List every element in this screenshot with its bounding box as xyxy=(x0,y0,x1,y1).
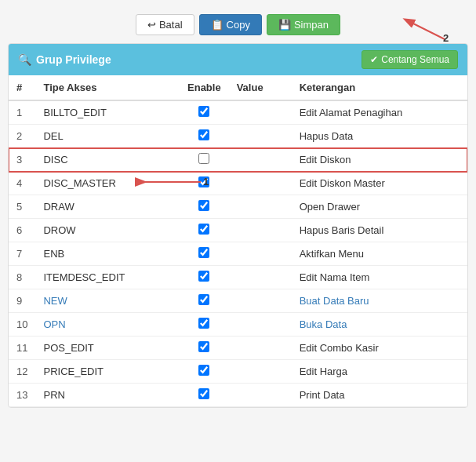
row-enable[interactable] xyxy=(180,384,229,407)
row-keterangan: Hapus Data xyxy=(292,125,467,148)
row-keterangan: Print Data xyxy=(292,384,467,407)
row-enable[interactable] xyxy=(180,125,229,148)
row-value xyxy=(229,242,292,266)
row-num: 9 xyxy=(9,289,35,313)
row-num: 11 xyxy=(9,336,35,360)
table-row: 11POS_EDITEdit Combo Kasir xyxy=(9,336,467,360)
row-enable[interactable] xyxy=(180,266,229,289)
row-value xyxy=(229,172,292,195)
row-keterangan: Buat Data Baru xyxy=(292,289,467,313)
table-header-row: # Tipe Akses Enable Value Keterangan xyxy=(9,75,467,100)
enable-checkbox[interactable] xyxy=(198,294,209,305)
row-num: 12 xyxy=(9,360,35,384)
col-keterangan: Keterangan xyxy=(292,75,467,100)
enable-checkbox[interactable] xyxy=(198,365,209,376)
enable-checkbox[interactable] xyxy=(198,224,209,235)
row-value xyxy=(229,125,292,148)
row-tipe: DROW xyxy=(35,219,180,242)
col-enable: Enable xyxy=(180,75,229,100)
table-row: 8ITEMDESC_EDITEdit Nama Item xyxy=(9,266,467,289)
row-keterangan: Open Drawer xyxy=(292,195,467,219)
row-tipe: DEL xyxy=(35,125,180,148)
row-num: 10 xyxy=(9,313,35,336)
annotation-2-arrow: 2 xyxy=(390,4,452,45)
row-value xyxy=(229,219,292,242)
privilege-table-wrapper: # Tipe Akses Enable Value Keterangan 1BI… xyxy=(9,75,467,407)
table-row: 1BILLTO_EDITEdit Alamat Penagihan xyxy=(9,100,467,125)
table-row: 12PRICE_EDITEdit Harga xyxy=(9,360,467,384)
row-enable[interactable] xyxy=(180,336,229,360)
row-keterangan: Edit Nama Item xyxy=(292,266,467,289)
svg-text:2: 2 xyxy=(443,32,449,43)
row-value xyxy=(229,313,292,336)
row-value xyxy=(229,195,292,219)
table-row: 7ENBAktifkan Menu xyxy=(9,242,467,266)
row-num: 4 xyxy=(9,172,35,195)
row-tipe: NEW xyxy=(35,289,180,313)
row-keterangan: Edit Diskon Master xyxy=(292,172,467,195)
row-value xyxy=(229,289,292,313)
copy-icon: 📋 xyxy=(211,19,223,31)
check-all-button[interactable]: ✔ Centang Semua xyxy=(362,50,458,69)
row-enable[interactable] xyxy=(180,148,229,172)
privilege-panel: 🔍 Grup Privilege ✔ Centang Semua # Tipe … xyxy=(8,43,468,408)
row-enable[interactable] xyxy=(180,313,229,336)
row-keterangan: Buka Data xyxy=(292,313,467,336)
enable-checkbox[interactable] xyxy=(198,271,209,282)
enable-checkbox[interactable] xyxy=(198,247,209,258)
row-enable[interactable] xyxy=(180,242,229,266)
enable-checkbox[interactable] xyxy=(198,106,209,117)
col-value: Value xyxy=(229,75,292,100)
row-num: 13 xyxy=(9,384,35,407)
enable-checkbox[interactable] xyxy=(198,176,209,187)
row-enable[interactable] xyxy=(180,219,229,242)
row-keterangan: Edit Diskon xyxy=(292,148,467,172)
search-icon: 🔍 xyxy=(18,53,31,66)
svg-line-0 xyxy=(405,20,445,39)
row-tipe: POS_EDIT xyxy=(35,336,180,360)
row-value xyxy=(229,360,292,384)
enable-checkbox[interactable] xyxy=(198,318,209,329)
table-row: 5DRAWOpen Drawer xyxy=(9,195,467,219)
row-enable[interactable] xyxy=(180,100,229,125)
row-value xyxy=(229,100,292,125)
row-num: 5 xyxy=(9,195,35,219)
row-value xyxy=(229,384,292,407)
row-tipe: DISC_MASTER xyxy=(35,172,180,195)
table-row: 2DELHapus Data xyxy=(9,125,467,148)
row-enable[interactable] xyxy=(180,172,229,195)
row-tipe: PRICE_EDIT xyxy=(35,360,180,384)
enable-checkbox[interactable] xyxy=(198,388,209,399)
privilege-table: # Tipe Akses Enable Value Keterangan 1BI… xyxy=(9,75,467,407)
back-icon: ↩ xyxy=(147,19,156,31)
row-num: 7 xyxy=(9,242,35,266)
toolbar: ↩ Batal 📋 Copy 💾 Simpan 2 xyxy=(8,8,468,43)
table-row: 9NEWBuat Data Baru xyxy=(9,289,467,313)
row-num: 3 xyxy=(9,148,35,172)
table-row: 3DISCEdit Diskon xyxy=(9,148,467,172)
row-tipe: ITEMDESC_EDIT xyxy=(35,266,180,289)
row-tipe: ENB xyxy=(35,242,180,266)
row-keterangan: Edit Harga xyxy=(292,360,467,384)
simpan-button[interactable]: 💾 Simpan xyxy=(267,14,340,35)
enable-checkbox[interactable] xyxy=(198,153,209,164)
floppy-icon: 💾 xyxy=(278,19,291,31)
enable-checkbox[interactable] xyxy=(198,200,209,211)
row-enable[interactable] xyxy=(180,289,229,313)
row-keterangan: Hapus Baris Detail xyxy=(292,219,467,242)
row-tipe: BILLTO_EDIT xyxy=(35,100,180,125)
row-tipe: OPN xyxy=(35,313,180,336)
row-enable[interactable] xyxy=(180,195,229,219)
row-tipe: PRN xyxy=(35,384,180,407)
row-num: 2 xyxy=(9,125,35,148)
enable-checkbox[interactable] xyxy=(198,341,209,352)
table-row: 13PRNPrint Data xyxy=(9,384,467,407)
enable-checkbox[interactable] xyxy=(198,129,209,140)
table-row: 4DISC_MASTEREdit Diskon Master xyxy=(9,172,467,195)
row-tipe: DRAW xyxy=(35,195,180,219)
row-value xyxy=(229,266,292,289)
batal-button[interactable]: ↩ Batal xyxy=(136,14,194,35)
copy-button[interactable]: 📋 Copy xyxy=(199,14,262,35)
row-num: 8 xyxy=(9,266,35,289)
row-enable[interactable] xyxy=(180,360,229,384)
